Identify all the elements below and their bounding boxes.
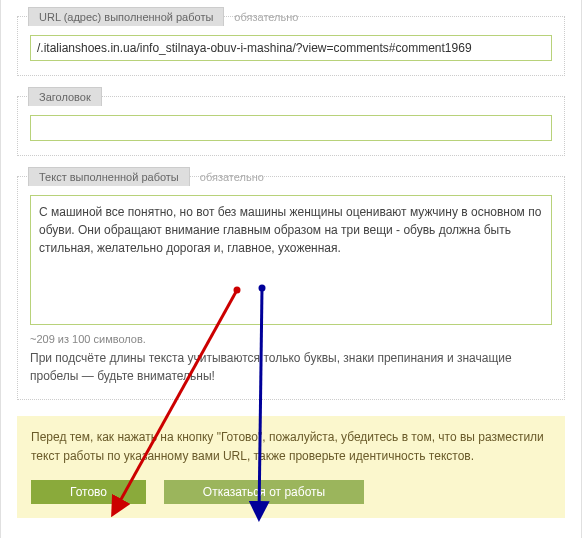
title-field-header: Заголовок	[28, 87, 102, 106]
text-textarea[interactable]	[30, 195, 552, 325]
url-input[interactable]	[30, 35, 552, 61]
title-input[interactable]	[30, 115, 552, 141]
text-hint: При подсчёте длины текста учитываются то…	[30, 349, 552, 385]
char-count: ~209 из 100 символов.	[30, 333, 552, 345]
title-field-block: Заголовок	[17, 96, 565, 156]
button-row: Готово Отказаться от работы	[31, 480, 551, 504]
text-required-label: обязательно	[190, 171, 264, 183]
text-field-block: Текст выполненной работы обязательно ~20…	[17, 176, 565, 400]
url-field-header: URL (адрес) выполненной работы обязатель…	[28, 7, 298, 26]
decline-button[interactable]: Отказаться от работы	[164, 480, 364, 504]
ready-button[interactable]: Готово	[31, 480, 146, 504]
warning-text: Перед тем, как нажать на кнопку "Готово"…	[31, 428, 551, 466]
text-label: Текст выполненной работы	[28, 167, 190, 186]
text-field-header: Текст выполненной работы обязательно	[28, 167, 264, 186]
title-label: Заголовок	[28, 87, 102, 106]
url-required-label: обязательно	[224, 11, 298, 23]
warning-box: Перед тем, как нажать на кнопку "Готово"…	[17, 416, 565, 518]
url-field-block: URL (адрес) выполненной работы обязатель…	[17, 16, 565, 76]
url-label: URL (адрес) выполненной работы	[28, 7, 224, 26]
